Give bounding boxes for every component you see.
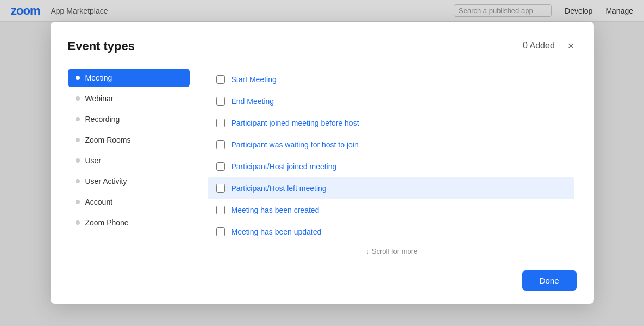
scroll-more-text: ↓ Scroll for more bbox=[208, 243, 577, 257]
sidebar-item-zoom-phone[interactable]: Zoom Phone bbox=[68, 213, 190, 232]
sidebar-item-label: User bbox=[85, 156, 102, 165]
event-label: End Meeting bbox=[232, 97, 274, 106]
added-count: 0 Added bbox=[523, 41, 555, 51]
event-checkbox-end-meeting[interactable] bbox=[216, 97, 225, 106]
event-item-participant-host-joined[interactable]: Participant/Host joined meeting bbox=[208, 156, 574, 177]
event-checkbox-participant-joined-before-host[interactable] bbox=[216, 119, 225, 127]
modal-title: Event types bbox=[68, 39, 135, 53]
dot-icon bbox=[76, 96, 80, 101]
event-item-meeting-created[interactable]: Meeting has been created bbox=[208, 199, 574, 221]
sidebar-item-recording[interactable]: Recording bbox=[68, 110, 190, 128]
dot-icon bbox=[76, 158, 80, 163]
event-label: Start Meeting bbox=[232, 75, 277, 84]
dot-icon bbox=[76, 179, 80, 183]
event-item-participant-host-left[interactable]: Participant/Host left meeting bbox=[208, 177, 574, 199]
modal-overlay: Event types 0 Added × Meeting Webinar bbox=[0, 0, 644, 326]
events-panel: Start Meeting End Meeting Participant jo… bbox=[208, 69, 577, 257]
event-label: Participant/Host left meeting bbox=[232, 184, 327, 193]
event-checkbox-participant-host-left[interactable] bbox=[216, 184, 225, 193]
event-checkbox-participant-host-joined[interactable] bbox=[216, 162, 225, 171]
event-item-participant-waiting[interactable]: Participant was waiting for host to join bbox=[208, 134, 574, 156]
sidebar-item-label: Zoom Phone bbox=[85, 218, 129, 227]
modal-footer: Done bbox=[68, 270, 577, 291]
sidebar-item-account[interactable]: Account bbox=[68, 193, 190, 211]
event-item-start-meeting[interactable]: Start Meeting bbox=[208, 69, 574, 90]
event-label: Meeting has been created bbox=[232, 206, 320, 214]
event-label: Participant joined meeting before host bbox=[232, 119, 359, 127]
dot-icon bbox=[76, 76, 80, 80]
modal-header-right: 0 Added × bbox=[523, 39, 576, 52]
dot-icon bbox=[76, 220, 80, 225]
modal-header: Event types 0 Added × bbox=[68, 39, 577, 53]
sidebar-item-label: User Activity bbox=[85, 177, 127, 186]
sidebar-item-user[interactable]: User bbox=[68, 151, 190, 170]
close-button[interactable]: × bbox=[566, 39, 577, 52]
sidebar-item-webinar[interactable]: Webinar bbox=[68, 89, 190, 108]
events-scroll[interactable]: Start Meeting End Meeting Participant jo… bbox=[208, 69, 577, 243]
sidebar-item-zoom-rooms[interactable]: Zoom Rooms bbox=[68, 131, 190, 149]
sidebar-item-label: Webinar bbox=[85, 94, 114, 103]
modal-body: Meeting Webinar Recording Zoom Rooms Use… bbox=[68, 69, 577, 257]
done-button[interactable]: Done bbox=[522, 270, 577, 291]
event-types-modal: Event types 0 Added × Meeting Webinar bbox=[51, 22, 594, 304]
event-checkbox-meeting-created[interactable] bbox=[216, 206, 225, 214]
dot-icon bbox=[76, 138, 80, 142]
sidebar-item-user-activity[interactable]: User Activity bbox=[68, 172, 190, 190]
sidebar-item-label: Zoom Rooms bbox=[85, 136, 131, 144]
event-checkbox-start-meeting[interactable] bbox=[216, 75, 225, 84]
dot-icon bbox=[76, 117, 80, 121]
sidebar-item-label: Recording bbox=[85, 115, 120, 124]
event-item-participant-joined-before-host[interactable]: Participant joined meeting before host bbox=[208, 112, 574, 134]
event-label: Participant was waiting for host to join bbox=[232, 140, 359, 149]
sidebar-item-label: Account bbox=[85, 198, 113, 206]
event-label: Meeting has been updated bbox=[232, 227, 322, 236]
sidebar-divider bbox=[203, 69, 203, 257]
sidebar-item-label: Meeting bbox=[85, 73, 112, 82]
event-item-meeting-updated[interactable]: Meeting has been updated bbox=[208, 221, 574, 243]
dot-icon bbox=[76, 200, 80, 204]
event-checkbox-meeting-updated[interactable] bbox=[216, 227, 225, 236]
event-checkbox-participant-waiting[interactable] bbox=[216, 140, 225, 149]
event-label: Participant/Host joined meeting bbox=[232, 162, 337, 171]
event-types-sidebar: Meeting Webinar Recording Zoom Rooms Use… bbox=[68, 69, 198, 257]
sidebar-item-meeting[interactable]: Meeting bbox=[68, 69, 190, 87]
event-item-end-meeting[interactable]: End Meeting bbox=[208, 90, 574, 112]
